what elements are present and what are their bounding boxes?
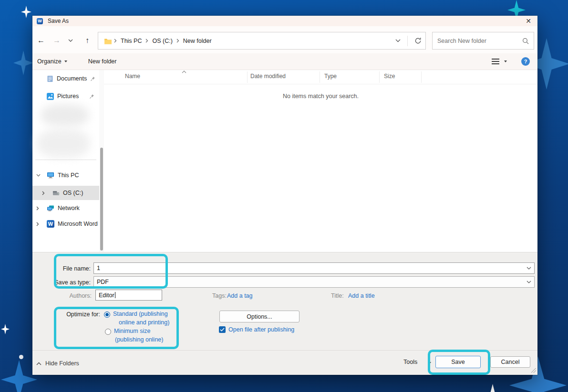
this-pc-icon bbox=[47, 172, 54, 179]
radio-standard-label-line2[interactable]: online and printing) bbox=[119, 319, 169, 326]
body-area: Documents Pictures This PC OS (C:) bbox=[32, 70, 537, 252]
chevron-up-icon bbox=[36, 362, 41, 365]
recent-locations-chevron-icon[interactable] bbox=[66, 35, 75, 46]
empty-folder-message: No items match your search. bbox=[104, 93, 537, 100]
address-dropdown-icon[interactable] bbox=[395, 39, 401, 42]
chevron-down-icon[interactable] bbox=[36, 174, 41, 177]
cancel-button-label: Cancel bbox=[501, 359, 520, 365]
cancel-button[interactable]: Cancel bbox=[490, 356, 530, 368]
column-divider[interactable] bbox=[247, 71, 248, 83]
tools-dropdown[interactable]: Tools bbox=[403, 359, 417, 365]
sidebar-item-label: OS (C:) bbox=[63, 190, 83, 196]
save-form-section: File name: 1 Save as type: PDF Authors: … bbox=[32, 252, 537, 350]
column-header-date-modified[interactable]: Date modified bbox=[250, 73, 286, 80]
save-as-type-select[interactable]: PDF bbox=[93, 276, 535, 288]
save-as-type-value: PDF bbox=[97, 279, 109, 285]
sidebar-item-label: This PC bbox=[58, 172, 79, 179]
sidebar-item-os-c[interactable]: OS (C:) bbox=[32, 186, 99, 200]
crumb-new-folder[interactable]: New folder bbox=[181, 38, 214, 44]
scrollbar-thumb[interactable] bbox=[100, 148, 103, 251]
radio-minimum-label-line1[interactable]: Minimum size bbox=[114, 328, 150, 334]
save-button[interactable]: Save bbox=[435, 356, 481, 368]
word-app-icon: W bbox=[37, 18, 43, 24]
open-file-checkbox-label[interactable]: Open file after publishing bbox=[228, 326, 294, 333]
sidebar-item-microsoft-word[interactable]: W Microsoft Word bbox=[32, 218, 99, 230]
column-divider[interactable] bbox=[379, 71, 380, 83]
sidebar-item-this-pc[interactable]: This PC bbox=[32, 169, 99, 181]
title-label: Title: bbox=[331, 292, 344, 299]
crumb-sep-icon bbox=[114, 39, 117, 43]
radio-minimum-size[interactable] bbox=[105, 329, 111, 335]
column-divider[interactable] bbox=[421, 71, 422, 83]
chevron-right-icon[interactable] bbox=[36, 222, 41, 226]
view-dropdown-arrow-icon[interactable] bbox=[504, 60, 507, 62]
hide-folders-button[interactable]: Hide Folders bbox=[36, 360, 79, 367]
authors-label: Authors: bbox=[32, 292, 92, 299]
file-name-input[interactable]: 1 bbox=[93, 262, 535, 274]
organize-button[interactable]: Organize bbox=[32, 53, 72, 70]
sidebar-item-label: Microsoft Word bbox=[58, 221, 98, 227]
text-cursor bbox=[115, 292, 115, 298]
chevron-down-icon[interactable] bbox=[527, 281, 531, 283]
sidebar-scrollbar[interactable] bbox=[99, 70, 104, 252]
chevron-down-icon[interactable] bbox=[527, 267, 531, 270]
open-file-checkbox[interactable] bbox=[219, 326, 226, 333]
file-list: Name Date modified Type Size No items ma… bbox=[104, 70, 537, 252]
pin-icon bbox=[90, 76, 95, 81]
close-icon[interactable]: ✕ bbox=[523, 16, 534, 26]
options-button-label: Options... bbox=[247, 313, 272, 320]
view-mode-icon[interactable] bbox=[492, 59, 499, 64]
column-header-name[interactable]: Name bbox=[125, 73, 140, 80]
search-box[interactable] bbox=[432, 32, 534, 50]
authors-value: Editor bbox=[99, 292, 114, 299]
crumb-sep-icon bbox=[145, 39, 148, 43]
sidebar-item-documents[interactable]: Documents bbox=[32, 72, 99, 85]
radio-minimum-label-line2[interactable]: (publishing online) bbox=[115, 336, 163, 343]
sort-ascending-icon bbox=[182, 70, 186, 73]
tools-dropdown-arrow-icon[interactable] bbox=[428, 362, 431, 364]
tags-label: Tags: bbox=[212, 292, 227, 299]
forward-icon: → bbox=[51, 35, 62, 46]
dropdown-arrow-icon bbox=[64, 60, 67, 62]
help-icon[interactable]: ? bbox=[521, 57, 530, 66]
file-name-value: 1 bbox=[97, 265, 100, 271]
tutorial-canvas: { "window": { "title": "Save As" }, "ico… bbox=[0, 0, 568, 392]
radio-standard[interactable] bbox=[104, 312, 110, 318]
resize-grip[interactable] bbox=[531, 368, 536, 373]
search-input[interactable] bbox=[433, 38, 522, 44]
column-header-type[interactable]: Type bbox=[324, 73, 337, 80]
hide-folders-label: Hide Folders bbox=[45, 360, 79, 367]
footer-bar: Hide Folders Tools Save Cancel bbox=[32, 350, 537, 375]
refresh-icon[interactable] bbox=[414, 37, 422, 44]
star-white-peek bbox=[480, 384, 506, 392]
new-folder-button[interactable]: New folder bbox=[83, 53, 122, 70]
dialog-title: Save As bbox=[48, 18, 69, 24]
pictures-icon bbox=[47, 93, 54, 100]
pin-icon bbox=[89, 94, 94, 99]
authors-input[interactable]: Editor bbox=[95, 290, 162, 301]
crumb-this-pc[interactable]: This PC bbox=[119, 38, 144, 44]
up-icon[interactable]: ↑ bbox=[82, 35, 93, 46]
breadcrumb[interactable]: This PC OS (C:) New folder bbox=[98, 32, 426, 50]
add-a-title-link[interactable]: Add a title bbox=[348, 292, 375, 299]
chevron-right-icon[interactable] bbox=[42, 191, 47, 195]
add-a-tag-link[interactable]: Add a tag bbox=[227, 292, 253, 299]
sidebar-divider bbox=[35, 160, 96, 160]
star-left-edge bbox=[13, 50, 33, 75]
sidebar-item-pictures[interactable]: Pictures bbox=[32, 90, 99, 102]
column-divider[interactable] bbox=[320, 71, 320, 83]
file-name-label: File name: bbox=[32, 265, 91, 272]
column-header-size[interactable]: Size bbox=[384, 73, 395, 80]
options-button[interactable]: Options... bbox=[219, 311, 299, 322]
folder-icon bbox=[104, 38, 112, 44]
drive-icon bbox=[52, 191, 60, 196]
save-as-dialog: W Save As ✕ ← → ↑ This PC OS (C:) New fo… bbox=[32, 16, 537, 375]
organize-label: Organize bbox=[37, 58, 62, 65]
word-icon: W bbox=[47, 220, 54, 228]
radio-standard-label-line1[interactable]: Standard (publishing bbox=[113, 311, 168, 317]
chevron-right-icon[interactable] bbox=[36, 206, 41, 211]
crumb-os-c[interactable]: OS (C:) bbox=[150, 38, 174, 44]
sidebar-item-network[interactable]: Network bbox=[32, 202, 99, 214]
sparkle-left-mid bbox=[1, 324, 10, 334]
back-icon[interactable]: ← bbox=[35, 35, 47, 46]
